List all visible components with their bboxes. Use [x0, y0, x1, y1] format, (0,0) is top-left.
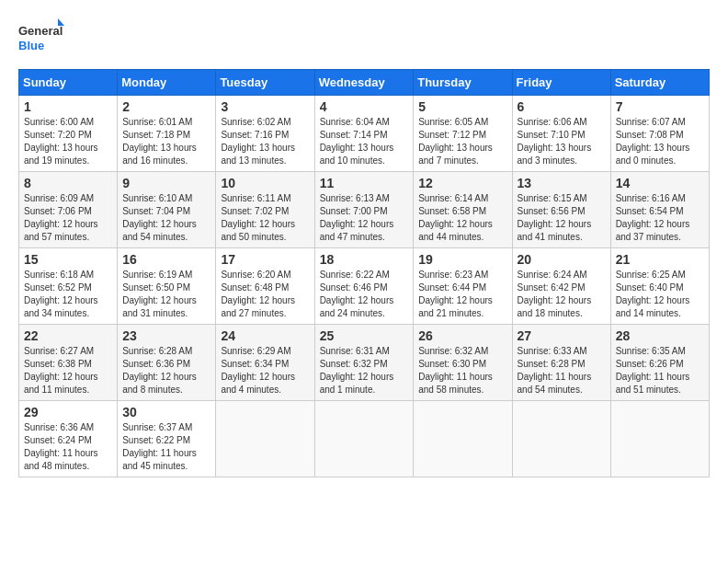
day-info: Sunrise: 6:32 AM Sunset: 6:30 PM Dayligh…	[418, 345, 506, 396]
day-number: 5	[418, 99, 506, 114]
day-info: Sunrise: 6:31 AM Sunset: 6:32 PM Dayligh…	[320, 345, 409, 396]
calendar-week-1: 1Sunrise: 6:00 AM Sunset: 7:20 PM Daylig…	[19, 96, 710, 172]
day-number: 21	[616, 252, 704, 267]
day-number: 11	[320, 176, 409, 190]
header-cell-friday: Friday	[512, 70, 610, 96]
day-info: Sunrise: 6:06 AM Sunset: 7:10 PM Dayligh…	[518, 116, 606, 167]
calendar-cell: 28Sunrise: 6:35 AM Sunset: 6:26 PM Dayli…	[610, 325, 709, 401]
calendar-cell: 17Sunrise: 6:20 AM Sunset: 6:48 PM Dayli…	[216, 248, 314, 325]
svg-text:Blue: Blue	[18, 39, 44, 52]
day-info: Sunrise: 6:07 AM Sunset: 7:08 PM Dayligh…	[616, 116, 704, 167]
day-info: Sunrise: 6:05 AM Sunset: 7:12 PM Dayligh…	[418, 116, 506, 167]
day-number: 2	[122, 99, 210, 114]
day-info: Sunrise: 6:25 AM Sunset: 6:40 PM Dayligh…	[616, 269, 704, 320]
day-info: Sunrise: 6:19 AM Sunset: 6:50 PM Dayligh…	[122, 269, 210, 320]
day-info: Sunrise: 6:37 AM Sunset: 6:22 PM Dayligh…	[122, 421, 210, 473]
calendar-cell: 3Sunrise: 6:02 AM Sunset: 7:16 PM Daylig…	[216, 96, 314, 172]
day-number: 10	[221, 176, 309, 190]
day-number: 14	[616, 176, 704, 190]
calendar-cell: 9Sunrise: 6:10 AM Sunset: 7:04 PM Daylig…	[118, 172, 216, 248]
calendar-cell: 16Sunrise: 6:19 AM Sunset: 6:50 PM Dayli…	[118, 248, 216, 325]
calendar-cell: 8Sunrise: 6:09 AM Sunset: 7:06 PM Daylig…	[19, 172, 118, 248]
calendar-cell: 5Sunrise: 6:05 AM Sunset: 7:12 PM Daylig…	[414, 96, 512, 172]
header-cell-tuesday: Tuesday	[216, 70, 314, 96]
calendar-cell: 4Sunrise: 6:04 AM Sunset: 7:14 PM Daylig…	[314, 96, 414, 172]
calendar-cell: 23Sunrise: 6:28 AM Sunset: 6:36 PM Dayli…	[118, 325, 216, 401]
day-number: 20	[518, 252, 606, 267]
day-number: 9	[122, 176, 210, 190]
header: General Blue	[18, 18, 710, 60]
day-info: Sunrise: 6:09 AM Sunset: 7:06 PM Dayligh…	[24, 192, 112, 244]
calendar-cell	[314, 401, 414, 477]
calendar-week-5: 29Sunrise: 6:36 AM Sunset: 6:24 PM Dayli…	[19, 401, 710, 477]
day-number: 8	[24, 176, 112, 190]
calendar-cell: 22Sunrise: 6:27 AM Sunset: 6:38 PM Dayli…	[19, 325, 118, 401]
day-number: 1	[24, 99, 112, 114]
day-info: Sunrise: 6:11 AM Sunset: 7:02 PM Dayligh…	[221, 192, 309, 244]
calendar-cell: 1Sunrise: 6:00 AM Sunset: 7:20 PM Daylig…	[19, 96, 118, 172]
day-number: 12	[418, 176, 506, 190]
day-number: 4	[320, 99, 409, 114]
calendar-cell: 11Sunrise: 6:13 AM Sunset: 7:00 PM Dayli…	[314, 172, 414, 248]
calendar-week-3: 15Sunrise: 6:18 AM Sunset: 6:52 PM Dayli…	[19, 248, 710, 325]
calendar-cell: 13Sunrise: 6:15 AM Sunset: 6:56 PM Dayli…	[512, 172, 610, 248]
calendar-cell: 21Sunrise: 6:25 AM Sunset: 6:40 PM Dayli…	[610, 248, 709, 325]
calendar-cell: 15Sunrise: 6:18 AM Sunset: 6:52 PM Dayli…	[19, 248, 118, 325]
day-info: Sunrise: 6:02 AM Sunset: 7:16 PM Dayligh…	[221, 116, 309, 167]
day-number: 18	[320, 252, 409, 267]
day-number: 27	[518, 328, 606, 343]
day-number: 3	[221, 99, 309, 114]
day-info: Sunrise: 6:00 AM Sunset: 7:20 PM Dayligh…	[24, 116, 112, 167]
calendar-cell: 20Sunrise: 6:24 AM Sunset: 6:42 PM Dayli…	[512, 248, 610, 325]
calendar-cell	[216, 401, 314, 477]
day-number: 17	[221, 252, 309, 267]
logo-svg: General Blue	[18, 18, 64, 60]
day-number: 19	[418, 252, 506, 267]
calendar-cell: 7Sunrise: 6:07 AM Sunset: 7:08 PM Daylig…	[610, 96, 709, 172]
day-number: 26	[418, 328, 506, 343]
calendar-cell: 6Sunrise: 6:06 AM Sunset: 7:10 PM Daylig…	[512, 96, 610, 172]
calendar-cell	[414, 401, 512, 477]
day-info: Sunrise: 6:10 AM Sunset: 7:04 PM Dayligh…	[122, 192, 210, 244]
day-info: Sunrise: 6:15 AM Sunset: 6:56 PM Dayligh…	[518, 192, 606, 244]
header-cell-sunday: Sunday	[19, 70, 118, 96]
day-number: 16	[122, 252, 210, 267]
calendar-week-4: 22Sunrise: 6:27 AM Sunset: 6:38 PM Dayli…	[19, 325, 710, 401]
calendar-week-2: 8Sunrise: 6:09 AM Sunset: 7:06 PM Daylig…	[19, 172, 710, 248]
day-number: 30	[122, 405, 210, 419]
day-info: Sunrise: 6:01 AM Sunset: 7:18 PM Dayligh…	[122, 116, 210, 167]
day-info: Sunrise: 6:20 AM Sunset: 6:48 PM Dayligh…	[221, 269, 309, 320]
header-cell-saturday: Saturday	[610, 70, 709, 96]
calendar-cell: 26Sunrise: 6:32 AM Sunset: 6:30 PM Dayli…	[414, 325, 512, 401]
calendar-cell: 10Sunrise: 6:11 AM Sunset: 7:02 PM Dayli…	[216, 172, 314, 248]
day-info: Sunrise: 6:16 AM Sunset: 6:54 PM Dayligh…	[616, 192, 704, 244]
day-info: Sunrise: 6:35 AM Sunset: 6:26 PM Dayligh…	[616, 345, 704, 396]
svg-text:General: General	[18, 24, 63, 38]
header-cell-wednesday: Wednesday	[314, 70, 414, 96]
day-number: 25	[320, 328, 409, 343]
day-info: Sunrise: 6:28 AM Sunset: 6:36 PM Dayligh…	[122, 345, 210, 396]
day-number: 6	[518, 99, 606, 114]
calendar-cell: 30Sunrise: 6:37 AM Sunset: 6:22 PM Dayli…	[118, 401, 216, 477]
calendar-cell: 19Sunrise: 6:23 AM Sunset: 6:44 PM Dayli…	[414, 248, 512, 325]
day-info: Sunrise: 6:13 AM Sunset: 7:00 PM Dayligh…	[320, 192, 409, 244]
calendar-cell	[610, 401, 709, 477]
day-info: Sunrise: 6:29 AM Sunset: 6:34 PM Dayligh…	[221, 345, 309, 396]
calendar-cell: 25Sunrise: 6:31 AM Sunset: 6:32 PM Dayli…	[314, 325, 414, 401]
day-number: 13	[518, 176, 606, 190]
day-info: Sunrise: 6:18 AM Sunset: 6:52 PM Dayligh…	[24, 269, 112, 320]
svg-marker-2	[58, 18, 64, 26]
calendar-cell: 27Sunrise: 6:33 AM Sunset: 6:28 PM Dayli…	[512, 325, 610, 401]
day-number: 23	[122, 328, 210, 343]
calendar-cell: 2Sunrise: 6:01 AM Sunset: 7:18 PM Daylig…	[118, 96, 216, 172]
day-info: Sunrise: 6:24 AM Sunset: 6:42 PM Dayligh…	[518, 269, 606, 320]
day-info: Sunrise: 6:22 AM Sunset: 6:46 PM Dayligh…	[320, 269, 409, 320]
day-number: 15	[24, 252, 112, 267]
day-info: Sunrise: 6:14 AM Sunset: 6:58 PM Dayligh…	[418, 192, 506, 244]
day-info: Sunrise: 6:33 AM Sunset: 6:28 PM Dayligh…	[518, 345, 606, 396]
calendar-header-row: SundayMondayTuesdayWednesdayThursdayFrid…	[19, 70, 710, 96]
calendar-cell: 18Sunrise: 6:22 AM Sunset: 6:46 PM Dayli…	[314, 248, 414, 325]
day-number: 22	[24, 328, 112, 343]
calendar-cell: 14Sunrise: 6:16 AM Sunset: 6:54 PM Dayli…	[610, 172, 709, 248]
day-info: Sunrise: 6:23 AM Sunset: 6:44 PM Dayligh…	[418, 269, 506, 320]
